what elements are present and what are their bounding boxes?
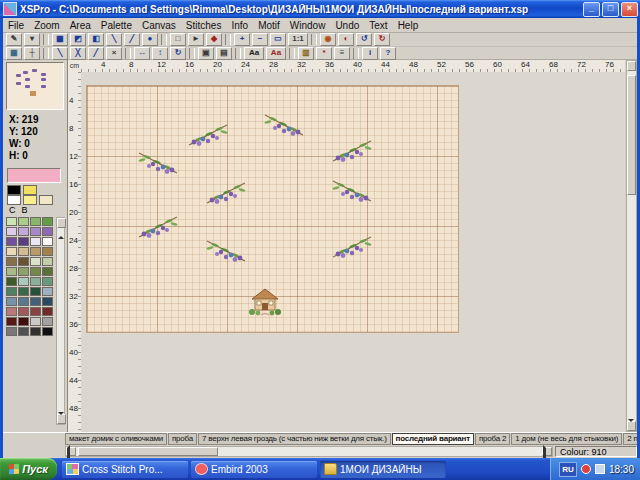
palette-swatch[interactable] — [18, 327, 29, 336]
palette-swatch[interactable] — [30, 307, 41, 316]
palette-swatch[interactable] — [18, 317, 29, 326]
text-latin-tool[interactable]: Aa — [244, 47, 264, 60]
help-button[interactable]: ? — [380, 47, 396, 60]
palette-swatch[interactable] — [30, 317, 41, 326]
minimize-button[interactable]: _ — [583, 2, 600, 17]
palette-swatch[interactable] — [18, 237, 29, 246]
scroll-up-icon[interactable] — [627, 61, 636, 71]
selected-colour-swatch[interactable] — [7, 168, 61, 183]
menu-area[interactable]: Area — [65, 20, 96, 31]
design-preview-thumbnail[interactable] — [6, 62, 64, 110]
palette-swatch[interactable] — [30, 287, 41, 296]
palette-swatch[interactable] — [30, 237, 41, 246]
redo-button[interactable]: ↻ — [374, 33, 390, 46]
menu-info[interactable]: Info — [226, 20, 253, 31]
vertical-scrollbar[interactable] — [626, 60, 637, 432]
palette-scroll-up-icon[interactable] — [57, 218, 66, 228]
menu-undo[interactable]: Undo — [330, 20, 364, 31]
palette-swatch[interactable] — [42, 257, 53, 266]
full-stitch-tool[interactable]: ▦ — [52, 33, 68, 46]
palette-swatch[interactable] — [30, 327, 41, 336]
olive-branch-motif[interactable] — [331, 234, 373, 264]
olive-branch-motif[interactable] — [205, 180, 247, 210]
erase-tool[interactable]: × — [106, 47, 122, 60]
flip-horizontal[interactable]: ↔ — [134, 47, 150, 60]
scroll-left-icon[interactable] — [66, 447, 76, 456]
select-rect-tool[interactable]: □ — [170, 33, 186, 46]
zoom-area-tool[interactable]: ▭ — [270, 33, 286, 46]
palette-swatch[interactable] — [18, 217, 29, 226]
longstitch-tool[interactable]: ╱ — [124, 33, 140, 46]
olive-branch-motif[interactable] — [205, 238, 247, 268]
stitch-grid[interactable] — [86, 85, 459, 333]
palette-swatch[interactable] — [6, 247, 17, 256]
palette-swatch[interactable] — [42, 247, 53, 256]
palette-quick-swatch[interactable] — [39, 195, 53, 205]
maximize-button[interactable]: □ — [602, 2, 619, 17]
vertical-scroll-thumb[interactable] — [627, 75, 636, 195]
tray-volume-icon[interactable] — [595, 464, 605, 474]
design-tab-0[interactable]: макет домик с оливочками — [65, 433, 167, 445]
palette-swatch[interactable] — [42, 307, 53, 316]
menu-file[interactable]: File — [3, 20, 29, 31]
language-indicator[interactable]: RU — [559, 462, 577, 477]
olive-branch-motif[interactable] — [137, 150, 179, 180]
zoom-in-tool[interactable]: + — [234, 33, 250, 46]
canvas-viewport[interactable] — [81, 72, 625, 432]
backstitch-thin[interactable]: ╲ — [52, 47, 68, 60]
palette-swatch[interactable] — [18, 247, 29, 256]
olive-branch-motif[interactable] — [137, 214, 179, 244]
palette-swatch[interactable] — [42, 227, 53, 236]
color-wheel-icon[interactable]: ◉ — [320, 33, 336, 46]
palette-swatch[interactable] — [42, 267, 53, 276]
flip-vertical[interactable]: ↕ — [152, 47, 168, 60]
palette-swatch[interactable] — [30, 247, 41, 256]
palette-swatch[interactable] — [6, 277, 17, 286]
palette-swatch[interactable] — [6, 327, 17, 336]
palette-swatch[interactable] — [18, 277, 29, 286]
move-tool[interactable]: ► — [188, 33, 204, 46]
scroll-right-icon[interactable] — [542, 447, 552, 456]
palette-editor[interactable]: ▥ — [298, 47, 314, 60]
colour-picker-tool[interactable]: ◐ — [338, 33, 354, 46]
text-cyrillic-tool[interactable]: Аа — [266, 47, 286, 60]
palette-swatch[interactable] — [30, 217, 41, 226]
close-button[interactable]: × — [621, 2, 638, 17]
motif-library[interactable]: * — [316, 47, 332, 60]
palette-swatch[interactable] — [6, 257, 17, 266]
palette-quick-swatch[interactable] — [7, 185, 21, 195]
house-motif[interactable] — [247, 286, 283, 320]
palette-swatch[interactable] — [18, 297, 29, 306]
design-tab-5[interactable]: 1 дом (не весь для стыковки) — [511, 433, 622, 445]
design-tab-6[interactable]: 2 правая ниж гр... — [623, 433, 637, 445]
palette-swatch[interactable] — [42, 317, 53, 326]
thread-list[interactable]: ≡ — [334, 47, 350, 60]
horizontal-scroll-thumb[interactable] — [78, 447, 218, 456]
backstitch-cross[interactable]: ╳ — [70, 47, 86, 60]
palette-swatch[interactable] — [42, 237, 53, 246]
pencil-dropdown[interactable]: ▾ — [24, 33, 40, 46]
palette-quick-swatch[interactable] — [23, 195, 37, 205]
start-button[interactable]: Пуск — [0, 458, 57, 480]
palette-swatch[interactable] — [6, 297, 17, 306]
menu-window[interactable]: Window — [285, 20, 331, 31]
backstitch-tool[interactable]: ╲ — [106, 33, 122, 46]
menu-text[interactable]: Text — [364, 20, 392, 31]
olive-branch-motif[interactable] — [331, 138, 373, 168]
palette-swatch[interactable] — [6, 307, 17, 316]
info-button[interactable]: i — [362, 47, 378, 60]
palette-scrollbar[interactable] — [56, 217, 65, 425]
taskbar-button[interactable]: 1МОИ ДИЗАЙНЫ — [320, 461, 446, 478]
palette-swatch[interactable] — [30, 297, 41, 306]
menu-palette[interactable]: Palette — [96, 20, 137, 31]
copy-motif[interactable]: ▣ — [198, 47, 214, 60]
menu-canvas[interactable]: Canvas — [137, 20, 181, 31]
titlebar[interactable]: XSPro - C:\Documents and Settings\Rimma\… — [0, 0, 640, 18]
half-stitch-tool[interactable]: ◩ — [70, 33, 86, 46]
palette-swatch[interactable] — [6, 217, 17, 226]
design-tab-3[interactable]: последний вариант — [392, 433, 474, 445]
paste-motif[interactable]: ▤ — [216, 47, 232, 60]
palette-swatch[interactable] — [6, 317, 17, 326]
menu-stitches[interactable]: Stitches — [181, 20, 227, 31]
palette-swatch[interactable] — [42, 287, 53, 296]
